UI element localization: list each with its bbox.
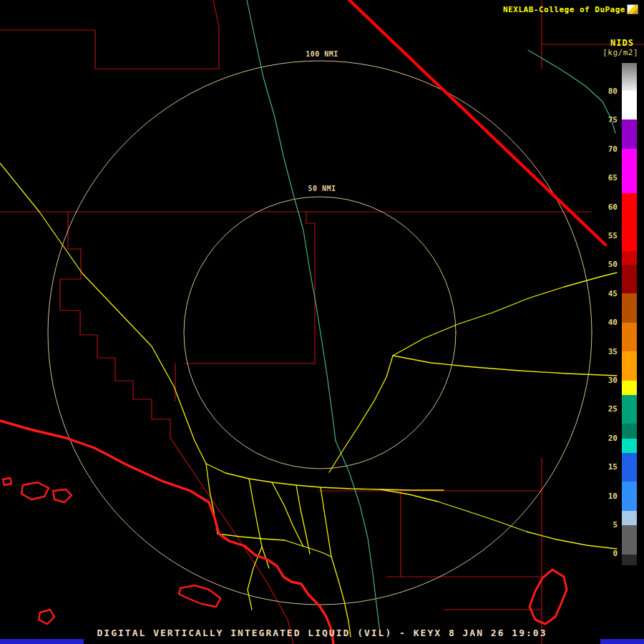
colorbar-segment bbox=[622, 424, 637, 439]
colorbar-segment bbox=[622, 63, 637, 91]
colorbar-segment bbox=[622, 381, 637, 395]
colorbar-segment bbox=[622, 511, 637, 525]
product-caption: DIGITAL VERTICALLY INTEGRATED LIQUID (VI… bbox=[0, 628, 644, 638]
radar-display: 100 NMI 50 NMI NEXLAB-College of DuPage … bbox=[0, 0, 644, 644]
bottom-left-strip bbox=[0, 639, 84, 644]
colorbar-segment bbox=[622, 439, 637, 453]
colorbar-segment bbox=[622, 555, 637, 565]
colorbar-segment bbox=[622, 251, 637, 265]
colorbar-segment bbox=[622, 351, 637, 381]
colorbar-segment bbox=[622, 482, 637, 511]
map-canvas bbox=[0, 0, 644, 644]
colorbar-segment bbox=[622, 525, 637, 555]
islands bbox=[3, 478, 220, 624]
highways bbox=[0, 163, 617, 637]
lake-outline bbox=[530, 570, 567, 624]
county-borders bbox=[0, 0, 644, 644]
colorbar-segment bbox=[622, 235, 637, 251]
rivers bbox=[247, 0, 615, 633]
colorbar-segment bbox=[622, 265, 637, 293]
bottom-right-strip bbox=[600, 639, 644, 644]
range-rings bbox=[48, 61, 592, 605]
colorbar-segment bbox=[622, 193, 637, 235]
colorbar bbox=[622, 63, 637, 565]
colorbar-title: NIDS bbox=[610, 38, 634, 48]
colorbar-segment bbox=[622, 149, 637, 177]
colorbar-segment bbox=[622, 395, 637, 424]
state-border bbox=[349, 0, 605, 245]
brand-text: NEXLAB-College of DuPage bbox=[503, 5, 625, 14]
colorbar-segment bbox=[622, 91, 637, 119]
inner-range-ring-label: 50 NMI bbox=[305, 185, 338, 192]
colorbar-segment bbox=[622, 453, 637, 482]
cod-logo-icon bbox=[627, 4, 638, 14]
colorbar-segment bbox=[622, 323, 637, 351]
colorbar-segment bbox=[622, 293, 637, 323]
colorbar-unit: [kg/m2] bbox=[602, 48, 638, 57]
colorbar-segment bbox=[622, 177, 637, 193]
outer-range-ring-label: 100 NMI bbox=[303, 50, 341, 58]
colorbar-segment bbox=[622, 119, 637, 149]
